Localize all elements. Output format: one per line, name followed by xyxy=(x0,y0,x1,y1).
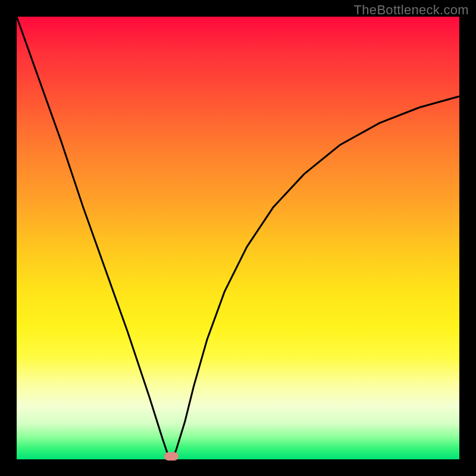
chart-frame: TheBottleneck.com xyxy=(0,0,476,476)
plot-area xyxy=(17,17,459,459)
curve-path xyxy=(17,17,459,459)
watermark-text: TheBottleneck.com xyxy=(354,2,469,18)
optimal-marker xyxy=(164,452,178,461)
bottleneck-curve xyxy=(17,17,459,459)
